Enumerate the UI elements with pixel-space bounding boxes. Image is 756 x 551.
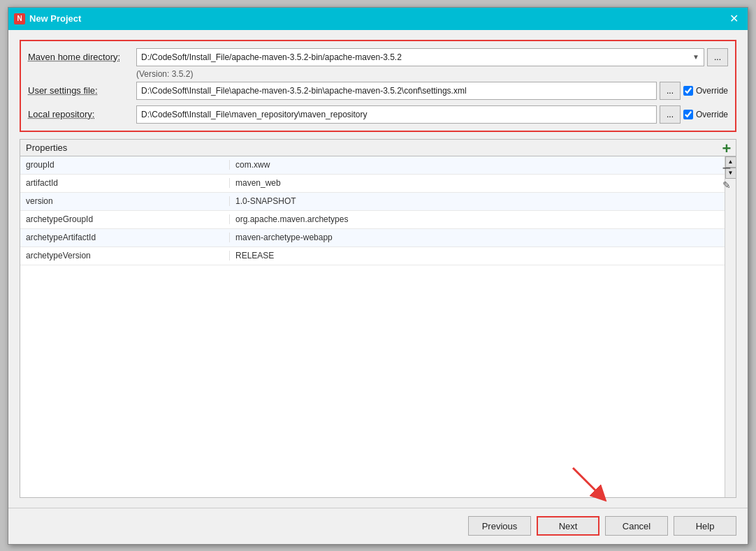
maven-home-input-row: D:/CodeSoft/Install_File/apache-maven-3.… (136, 48, 728, 66)
user-settings-input[interactable] (136, 82, 657, 100)
maven-home-dropdown[interactable]: D:/CodeSoft/Install_File/apache-maven-3.… (136, 48, 704, 66)
property-value: maven_web (230, 178, 722, 188)
user-settings-browse-button[interactable]: ... (660, 82, 681, 100)
user-settings-label: User settings file: (28, 85, 136, 96)
local-repo-row: Local repository: ... Override (28, 105, 728, 124)
property-value: org.apache.maven.archetypes (230, 214, 722, 224)
user-settings-row: User settings file: ... Override (28, 82, 728, 100)
properties-section: Properties groupIdcom.xwwartifactIdmaven… (20, 139, 736, 498)
property-key: archetypeGroupId (20, 214, 230, 224)
properties-header: Properties (20, 140, 736, 156)
local-repo-override-checkbox[interactable] (683, 110, 693, 119)
previous-button[interactable]: Previous (468, 516, 531, 536)
dialog-title: New Project (29, 13, 81, 24)
local-repo-label: Local repository: (28, 109, 136, 119)
table-row[interactable]: archetypeArtifactIdmaven-archetype-webap… (20, 229, 736, 247)
table-row[interactable]: archetypeGroupIdorg.apache.maven.archety… (20, 211, 736, 229)
maven-home-row: Maven home directory: D:/CodeSoft/Instal… (28, 48, 728, 66)
title-bar: N New Project ✕ (8, 8, 748, 30)
footer: Previous Next Cancel Help (8, 508, 748, 544)
property-value: 1.0-SNAPSHOT (230, 196, 722, 206)
local-repo-input[interactable] (136, 105, 657, 124)
property-key: artifactId (20, 178, 230, 188)
title-bar-left: N New Project (14, 13, 81, 24)
property-value: maven-archetype-webapp (230, 233, 722, 242)
user-settings-override-checkbox[interactable] (683, 86, 693, 96)
property-key: archetypeVersion (20, 251, 230, 260)
svg-line-0 (573, 468, 601, 496)
next-button[interactable]: Next (537, 516, 599, 536)
property-key: version (20, 196, 230, 206)
edit-icon: ✎ (717, 178, 736, 192)
user-settings-input-row: ... Override (136, 82, 728, 100)
help-button[interactable]: Help (674, 516, 736, 536)
property-value: com.xww (230, 160, 722, 170)
cancel-button[interactable]: Cancel (605, 516, 668, 536)
add-property-button[interactable]: + (717, 139, 736, 159)
maven-home-browse-button[interactable]: ... (707, 48, 728, 66)
properties-outer: Properties groupIdcom.xwwartifactIdmaven… (20, 139, 736, 498)
local-repo-override-label[interactable]: Override (683, 110, 728, 119)
local-repo-input-row: ... Override (136, 105, 728, 124)
table-row[interactable]: artifactIdmaven_web (20, 175, 736, 193)
dialog-content: Maven home directory: D:/CodeSoft/Instal… (8, 30, 748, 508)
maven-section: Maven home directory: D:/CodeSoft/Instal… (20, 40, 736, 132)
user-settings-override-label[interactable]: Override (683, 86, 728, 96)
local-repo-browse-button[interactable]: ... (660, 105, 681, 124)
table-row[interactable]: version1.0-SNAPSHOT (20, 193, 736, 211)
dropdown-arrow-icon: ▼ (692, 53, 699, 61)
properties-scrollbar[interactable]: ▲▼ (725, 156, 736, 497)
maven-home-label: Maven home directory: (28, 52, 136, 62)
remove-property-button[interactable]: − (717, 159, 736, 178)
app-icon: N (14, 13, 25, 24)
properties-table: groupIdcom.xwwartifactIdmaven_webversion… (20, 156, 736, 497)
new-project-dialog: N New Project ✕ Maven home directory: D:… (8, 7, 748, 545)
arrow-indicator (569, 464, 611, 506)
table-row[interactable]: archetypeVersionRELEASE (20, 247, 736, 265)
maven-version-text: (Version: 3.5.2) (136, 69, 728, 79)
property-key: groupId (20, 160, 230, 170)
close-button[interactable]: ✕ (725, 10, 742, 27)
table-row[interactable]: groupIdcom.xww (20, 156, 736, 175)
property-value: RELEASE (230, 251, 722, 260)
property-key: archetypeArtifactId (20, 233, 230, 242)
